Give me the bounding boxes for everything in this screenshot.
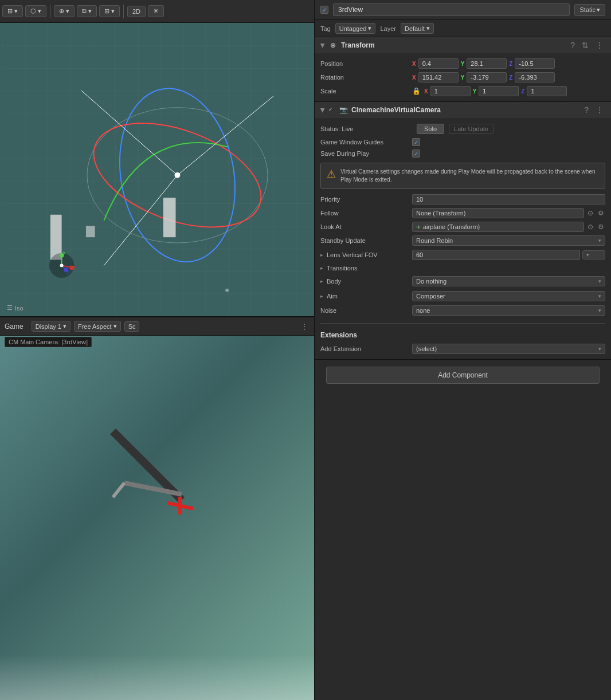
cm-add-extension-value: (select) (412, 344, 605, 354)
cm-fov-extra-dropdown[interactable] (582, 250, 605, 259)
scale-value: 🔒 X Y Z (412, 86, 605, 96)
cm-add-extension-dropdown[interactable]: (select) (412, 344, 605, 354)
pos-z-input[interactable] (515, 58, 555, 69)
svg-point-21 (60, 253, 64, 258)
cm-priority-input[interactable] (412, 194, 605, 205)
cm-standby-label: Standby Update (320, 237, 412, 244)
cm-standby-row: Standby Update Round Robin (320, 234, 605, 247)
cm-lookat-pick-btn[interactable]: ⊙ (586, 223, 594, 231)
2d-btn[interactable]: 2D (127, 6, 146, 17)
object-name-field[interactable] (333, 3, 570, 16)
cm-add-extension-row: Add Extension (select) (320, 342, 605, 356)
cm-body-dropdown[interactable]: Do nothing (412, 276, 605, 286)
layers-btn[interactable]: ⊞ (99, 5, 120, 17)
svg-rect-11 (86, 226, 95, 237)
cm-priority-label: Priority (320, 196, 412, 203)
transform-body: Position X Y Z Rotation X Y Z (315, 53, 611, 101)
object-active-checkbox[interactable]: ✓ (320, 6, 328, 14)
cm-save-play-checkbox[interactable]: ✓ (412, 150, 420, 158)
light-btn[interactable]: ☀ (148, 5, 164, 17)
rot-z-input[interactable] (515, 72, 555, 82)
transitions-arrow (320, 265, 323, 271)
cm-body-section[interactable]: Body (320, 276, 412, 287)
cm-warning-box: ⚠ Virtual Camera settings changes made d… (320, 163, 605, 189)
game-options-btn[interactable]: ⋮ (300, 322, 310, 331)
cm-guides-checkbox[interactable]: ✓ (412, 138, 420, 146)
rot-x-input[interactable] (418, 72, 459, 82)
cm-help-btn[interactable]: ? (582, 105, 590, 115)
scene-view: ✋ ✛ ↻ ⤡ ⊡ ⊞ ⊙ (0, 23, 314, 316)
body-label: Body (327, 278, 341, 285)
transform-more-btn[interactable]: ⋮ (594, 40, 605, 50)
cm-more-btn[interactable]: ⋮ (594, 105, 605, 115)
rot-y-input[interactable] (467, 72, 507, 82)
scene-canvas[interactable]: y x z (0, 23, 314, 316)
cm-transitions-section[interactable]: Transitions (320, 262, 605, 274)
rotation-label: Rotation (320, 74, 412, 81)
position-label: Position (320, 60, 412, 67)
pos-y-input[interactable] (467, 58, 507, 69)
cm-lookat-gear-btn[interactable]: ⚙ (597, 223, 605, 231)
cm-lookat-field[interactable]: ✈ airplane (Transform) (412, 222, 584, 232)
pivot-btn[interactable]: ⬡ (25, 5, 46, 17)
cm-follow-field[interactable]: None (Transform) (412, 208, 584, 218)
transform-help-btn[interactable]: ? (569, 40, 577, 50)
cm-aim-section[interactable]: Aim (320, 290, 412, 302)
scene-iso-label: ☰ Iso (7, 304, 23, 312)
transform-settings-btn[interactable]: ⇅ (580, 40, 590, 50)
tag-dropdown[interactable]: Untagged (335, 23, 376, 34)
rotation-value: X Y Z (412, 72, 605, 82)
layer-chevron (426, 25, 430, 32)
cm-warning-text: Virtual Camera settings changes made dur… (340, 168, 599, 184)
cm-add-extension-label: Add Extension (320, 345, 412, 352)
game-display-dropdown[interactable]: Display 1 (32, 321, 70, 332)
cm-solo-btn[interactable]: Solo (417, 124, 444, 134)
cm-late-update-btn[interactable]: Late Update (449, 124, 493, 134)
aim-arrow (320, 293, 323, 299)
game-scale-dropdown[interactable]: Sc (124, 321, 140, 332)
add-extension-chevron (598, 346, 601, 352)
cm-lookat-label: Look At (320, 223, 412, 230)
svg-point-20 (64, 268, 69, 272)
svg-point-23 (225, 289, 229, 292)
pos-x-input[interactable] (418, 58, 459, 69)
transitions-label: Transitions (327, 265, 357, 272)
transform-tool-btn[interactable]: ⊞ (2, 5, 23, 17)
game-aspect-dropdown[interactable]: Free Aspect (74, 321, 121, 332)
scale-x-input[interactable] (430, 86, 471, 96)
cinemachine-header[interactable]: ▶ ✓ 📷 CinemachineVirtualCamera ? ⋮ (315, 102, 611, 118)
toolbar-sep-2 (123, 5, 124, 18)
cm-follow-pick-btn[interactable]: ⊙ (586, 209, 594, 217)
transform-actions: ? ⇅ ⋮ (569, 40, 605, 50)
scale-y-input[interactable] (479, 86, 519, 96)
add-component-button[interactable]: Add Component (326, 367, 600, 384)
rot-y-label: Y (461, 74, 465, 81)
aim-label: Aim (327, 293, 338, 300)
cm-follow-value: None (Transform) ⊙ ⚙ (412, 208, 605, 218)
pos-z-label: Z (509, 61, 512, 67)
svg-rect-10 (163, 198, 176, 237)
scale-z-input[interactable] (527, 86, 567, 96)
cm-noise-dropdown[interactable]: none (412, 305, 605, 316)
cm-aim-dropdown[interactable]: Composer (412, 291, 605, 301)
grid-btn[interactable]: ⊕ (54, 5, 75, 17)
cm-fov-input[interactable] (412, 250, 580, 260)
fov-label: Lens Vertical FOV (327, 251, 378, 258)
transform-header[interactable]: ▶ ⊕ Transform ? ⇅ ⋮ (315, 37, 611, 53)
body-chevron (598, 278, 601, 284)
transform-icon: ⊕ (328, 41, 338, 50)
position-value: X Y Z (412, 58, 605, 69)
static-button[interactable]: Static (574, 4, 605, 16)
scene-toolbar: ⊞ ⬡ ⊕ ⧉ ⊞ 2D ☀ (0, 0, 314, 23)
layer-dropdown[interactable]: Default (401, 23, 434, 34)
game-content (0, 336, 314, 700)
cm-follow-gear-btn[interactable]: ⚙ (597, 209, 605, 217)
cm-standby-dropdown[interactable]: Round Robin (412, 235, 605, 246)
cm-body-row: Body Do nothing (320, 274, 605, 289)
svg-rect-1 (2, 23, 312, 316)
cm-guides-label: Game Window Guides (320, 139, 412, 145)
cm-enable-checkbox[interactable]: ✓ (328, 107, 335, 113)
snap-btn[interactable]: ⧉ (77, 5, 97, 17)
transform-collapse-arrow: ▶ (320, 43, 326, 48)
cm-fov-section[interactable]: Lens Vertical FOV (320, 249, 412, 261)
